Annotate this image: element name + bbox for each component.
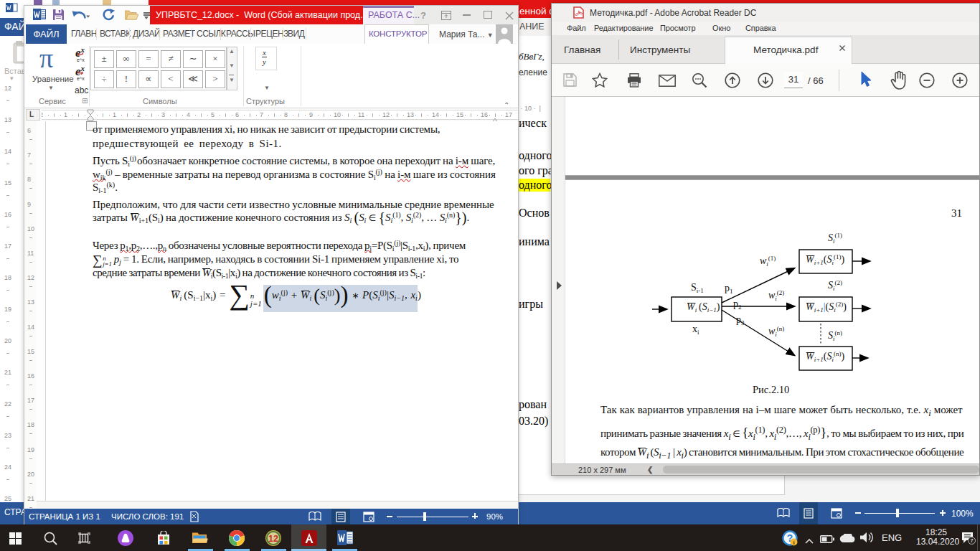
svg-text:i: i — [793, 540, 794, 546]
svg-text:12: 12 — [268, 534, 278, 544]
svg-text:7: 7 — [970, 537, 974, 544]
